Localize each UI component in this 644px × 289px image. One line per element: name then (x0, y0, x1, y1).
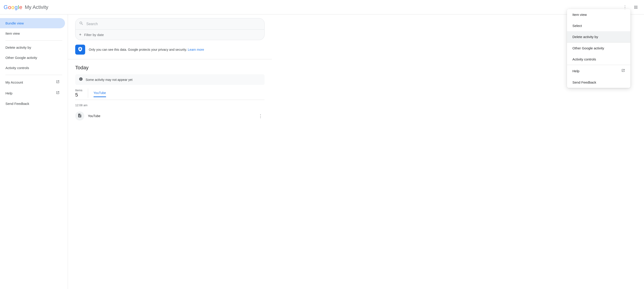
logo-e: e (19, 4, 22, 10)
dropdown-item-select[interactable]: Select (567, 20, 630, 31)
external-link-icon-account (56, 80, 60, 84)
logo-l: l (18, 4, 19, 10)
items-tabs: YouTube (88, 89, 112, 97)
sidebar-divider-2 (6, 75, 62, 75)
items-count-block: Items 5 (75, 88, 88, 98)
filter-label: Filter by date (84, 33, 104, 37)
activity-icon-wrapper (75, 112, 84, 120)
time-label: 12:08 am (75, 102, 264, 109)
main-layout: Bundle view Item view Delete activity by… (0, 14, 644, 289)
dropdown-item-send-feedback[interactable]: Send Feedback (567, 77, 630, 88)
shield-icon-wrapper (75, 44, 85, 54)
sidebar-item-label: Activity controls (6, 66, 29, 70)
tab-youtube[interactable]: YouTube (94, 89, 106, 97)
sidebar-item-label: Other Google activity (6, 56, 37, 60)
sidebar-item-item-view[interactable]: Item view (0, 28, 65, 38)
activity-item: YouTube ⋮ (75, 109, 264, 123)
sidebar-item-label: Item view (6, 32, 20, 35)
today-heading: Today (75, 65, 264, 71)
youtube-activity-icon (78, 113, 82, 119)
logo-o1: o (8, 4, 11, 10)
learn-more-link[interactable]: Learn more (188, 48, 204, 52)
sidebar-item-other-google[interactable]: Other Google activity (0, 52, 65, 63)
dropdown-item-other-google[interactable]: Other Google activity (567, 42, 630, 54)
shield-lock-icon (78, 47, 83, 53)
search-section: Search + Filter by date (68, 14, 272, 40)
sidebar-divider-1 (6, 40, 62, 40)
sidebar: Bundle view Item view Delete activity by… (0, 14, 68, 289)
sidebar-item-label: Bundle view (6, 21, 24, 25)
sidebar-item-label: Send Feedback (6, 102, 29, 106)
main-content: Search + Filter by date Only you can see… (68, 14, 644, 289)
filter-bar[interactable]: + Filter by date (75, 30, 264, 40)
external-link-icon-help (56, 91, 60, 95)
more-vert-activity-icon: ⋮ (258, 113, 263, 119)
sidebar-item-label: Help (6, 91, 12, 95)
sidebar-item-delete-activity[interactable]: Delete activity by (0, 42, 65, 52)
dropdown-menu: Item view Select Delete activity by Othe… (567, 14, 630, 88)
header-left: Google My Activity (4, 4, 48, 10)
sidebar-item-send-feedback[interactable]: Send Feedback (0, 98, 65, 109)
google-logo: Google (4, 4, 22, 10)
activity-notice-text: Some activity may not appear yet (86, 78, 132, 82)
external-link-icon-dropdown-help (621, 69, 625, 73)
plus-icon: + (79, 32, 82, 37)
logo-g2: g (14, 4, 17, 10)
activity-title: YouTube (88, 114, 100, 118)
items-section: Items 5 YouTube (75, 88, 264, 98)
dropdown-item-help[interactable]: Help (567, 65, 630, 77)
dropdown-item-delete[interactable]: Delete activity by (567, 31, 630, 42)
activity-more-button[interactable]: ⋮ (256, 112, 264, 120)
content-area: Today Some activity may not appear yet I… (68, 59, 272, 129)
dropdown-item-view[interactable]: Item view (567, 14, 630, 20)
search-placeholder: Search (86, 22, 98, 26)
items-label: Items (75, 88, 82, 92)
privacy-text: Only you can see this data. Google prote… (89, 48, 204, 52)
header: Google My Activity ⋮ (0, 0, 644, 14)
items-count: 5 (75, 92, 82, 98)
logo-o2: o (11, 4, 14, 10)
info-icon (79, 77, 83, 82)
dropdown-item-activity-controls[interactable]: Activity controls (567, 54, 630, 65)
activity-notice: Some activity may not appear yet (75, 74, 264, 85)
search-bar[interactable]: Search (75, 18, 264, 30)
sidebar-item-label: Delete activity by (6, 46, 31, 49)
logo-g: G (4, 4, 8, 10)
page-title: My Activity (25, 4, 48, 10)
divider-1 (75, 100, 264, 100)
sidebar-item-help[interactable]: Help (0, 88, 65, 98)
sidebar-item-bundle-view[interactable]: Bundle view (0, 18, 65, 28)
sidebar-item-label: My Account (6, 80, 23, 84)
sidebar-item-activity-controls[interactable]: Activity controls (0, 63, 65, 73)
privacy-notice: Only you can see this data. Google prote… (68, 40, 272, 59)
apps-grid-icon (634, 5, 638, 10)
apps-button[interactable] (631, 3, 640, 12)
sidebar-item-my-account[interactable]: My Account (0, 77, 65, 88)
